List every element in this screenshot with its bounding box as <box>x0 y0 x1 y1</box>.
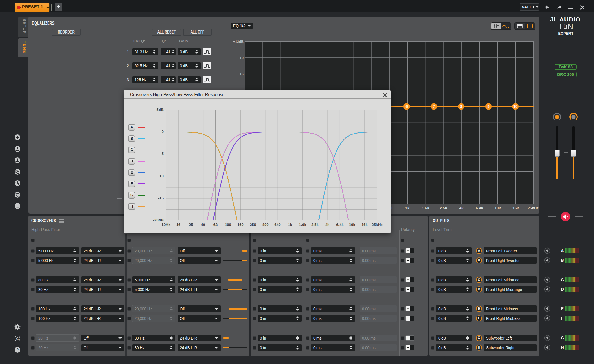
svg-text:?: ? <box>16 347 19 352</box>
svg-text:7: 7 <box>433 104 435 109</box>
svg-text:6: 6 <box>405 104 408 109</box>
svg-text:8: 8 <box>460 104 462 109</box>
svg-text:C: C <box>16 336 19 341</box>
svg-text:9: 9 <box>487 104 489 109</box>
svg-text:10: 10 <box>513 104 517 109</box>
